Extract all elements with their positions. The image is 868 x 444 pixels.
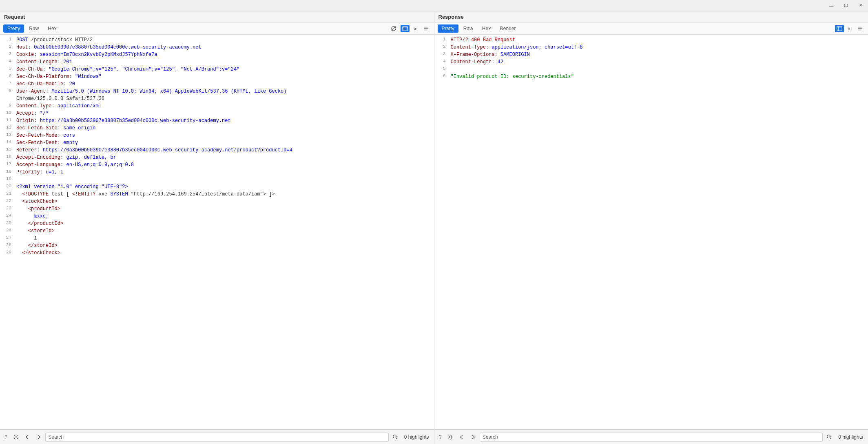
table-row: 25 </productId> — [0, 220, 434, 227]
tab-request-hex[interactable]: Hex — [44, 24, 60, 33]
table-row: 22 <stockCheck> — [0, 198, 434, 205]
svg-line-19 — [830, 438, 832, 440]
help-icon-request[interactable]: ? — [2, 433, 9, 441]
table-row: 1HTTP/2 400 Bad Request — [434, 36, 868, 44]
table-row: 27 1 — [0, 235, 434, 242]
main-container: Request Pretty Raw Hex — [0, 11, 868, 444]
svg-point-17 — [449, 436, 451, 438]
table-row: 12Sec-Fetch-Site: same-origin — [0, 124, 434, 132]
highlights-badge-request: 0 highlights — [402, 434, 432, 440]
svg-line-10 — [396, 438, 398, 440]
table-row: 29 </stockCheck> — [0, 249, 434, 257]
table-row: 28 </storeId> — [0, 242, 434, 249]
back-icon-response[interactable] — [457, 433, 467, 441]
table-row: 11Origin: https://0a3b00b503907e38807b35… — [0, 117, 434, 124]
newline-icon[interactable]: \n — [412, 25, 419, 32]
search-icon-request[interactable] — [390, 433, 400, 442]
table-row: 5Sec-Ch-Ua: "Google Chrome";v="125", "Ch… — [0, 66, 434, 73]
search-input-request[interactable] — [45, 433, 389, 442]
forward-icon-request[interactable] — [34, 433, 44, 441]
response-bottom-bar: ? — [434, 429, 868, 444]
request-code-area[interactable]: 1POST /product/stock HTTP/22Host: 0a3b00… — [0, 35, 434, 429]
tab-request-raw[interactable]: Raw — [25, 24, 43, 33]
request-panel: Request Pretty Raw Hex — [0, 11, 434, 444]
table-row: 24 &xxe; — [0, 213, 434, 220]
tab-request-pretty[interactable]: Pretty — [3, 24, 24, 33]
table-row: 6Sec-Ch-Ua-Platform: "Windows" — [0, 73, 434, 80]
highlights-badge-response: 0 highlights — [836, 434, 866, 440]
table-row: 7Sec-Ch-Ua-Mobile: ?0 — [0, 80, 434, 88]
table-row: 21 <!DOCTYPE test [ <!ENTITY xxe SYSTEM … — [0, 191, 434, 198]
table-row: 18Priority: u=1, i — [0, 169, 434, 176]
response-tab-bar: Pretty Raw Hex Render \n — [434, 23, 868, 35]
table-row: 2Host: 0a3b00b503907e38807b35ed004c000c.… — [0, 44, 434, 51]
tab-response-hex[interactable]: Hex — [478, 24, 495, 33]
forward-icon-response[interactable] — [468, 433, 478, 441]
table-row: 8User-Agent: Mozilla/5.0 (Windows NT 10.… — [0, 88, 434, 95]
window-title-bar: — ☐ ✕ — [0, 0, 868, 11]
svg-point-18 — [827, 435, 830, 438]
send-repeater-icon[interactable] — [401, 25, 410, 32]
menu-icon-response[interactable] — [856, 25, 865, 32]
send-repeater-icon-response[interactable] — [835, 25, 844, 32]
response-bottom-half: ? — [434, 430, 868, 444]
table-row: 5 — [434, 66, 868, 73]
table-row: 6"Invalid product ID: security-credentia… — [434, 73, 868, 80]
request-panel-title: Request — [4, 14, 25, 20]
request-bottom-bar: ? — [0, 429, 434, 444]
svg-rect-11 — [837, 27, 842, 31]
settings-icon-request[interactable] — [11, 433, 21, 441]
request-panel-header: Request — [0, 11, 434, 23]
response-panel: Response Pretty Raw Hex Render \n — [434, 11, 868, 444]
table-row: Chrome/125.0.0.0 Safari/537.36 — [0, 95, 434, 102]
settings-icon-response[interactable] — [445, 433, 455, 441]
menu-icon-request[interactable] — [422, 25, 431, 32]
search-icon-response[interactable] — [824, 433, 834, 442]
table-row: 4Content-Length: 42 — [434, 58, 868, 66]
table-row: 4Content-Length: 201 — [0, 58, 434, 66]
response-code-area[interactable]: 1HTTP/2 400 Bad Request2Content-Type: ap… — [434, 35, 868, 429]
request-tab-bar: Pretty Raw Hex — [0, 23, 434, 35]
svg-point-8 — [15, 436, 17, 438]
table-row: 9Content-Type: application/xml — [0, 102, 434, 110]
table-row: 16Accept-Encoding: gzip, deflate, br — [0, 154, 434, 161]
svg-point-9 — [393, 435, 396, 438]
close-button[interactable]: ✕ — [853, 0, 868, 11]
newline-icon-response[interactable]: \n — [846, 25, 853, 32]
tab-response-pretty[interactable]: Pretty — [438, 24, 458, 33]
table-row: 13Sec-Fetch-Mode: cors — [0, 132, 434, 139]
table-row: 14Sec-Fetch-Dest: empty — [0, 139, 434, 147]
table-row: 10Accept: */* — [0, 110, 434, 117]
table-row: 1POST /product/stock HTTP/2 — [0, 36, 434, 44]
table-row: 19 — [0, 176, 434, 183]
back-icon-request[interactable] — [22, 433, 32, 441]
disable-intercept-icon[interactable] — [389, 25, 398, 32]
request-bottom-half: ? — [0, 430, 434, 444]
table-row: 2Content-Type: application/json; charset… — [434, 44, 868, 51]
svg-rect-2 — [403, 27, 407, 31]
minimize-button[interactable]: — — [824, 0, 839, 11]
table-row: 3X-Frame-Options: SAMEORIGIN — [434, 51, 868, 58]
tab-response-raw[interactable]: Raw — [459, 24, 477, 33]
response-panel-header: Response — [434, 11, 868, 23]
table-row: 26 <storeId> — [0, 227, 434, 235]
search-input-response[interactable] — [480, 433, 823, 442]
tab-response-render[interactable]: Render — [496, 24, 520, 33]
help-icon-response[interactable]: ? — [437, 433, 444, 441]
table-row: 15Referer: https://0a3b00b503907e38807b3… — [0, 147, 434, 154]
maximize-button[interactable]: ☐ — [839, 0, 853, 11]
response-panel-title: Response — [438, 14, 464, 20]
table-row: 3Cookie: session=Im78cxn2KvvbCy2pKMxdJ57… — [0, 51, 434, 58]
table-row: 23 <productId> — [0, 205, 434, 213]
table-row: 17Accept-Language: en-US,en;q=0.9,ar;q=0… — [0, 161, 434, 169]
table-row: 20<?xml version="1.0" encoding="UTF-8"?> — [0, 183, 434, 191]
